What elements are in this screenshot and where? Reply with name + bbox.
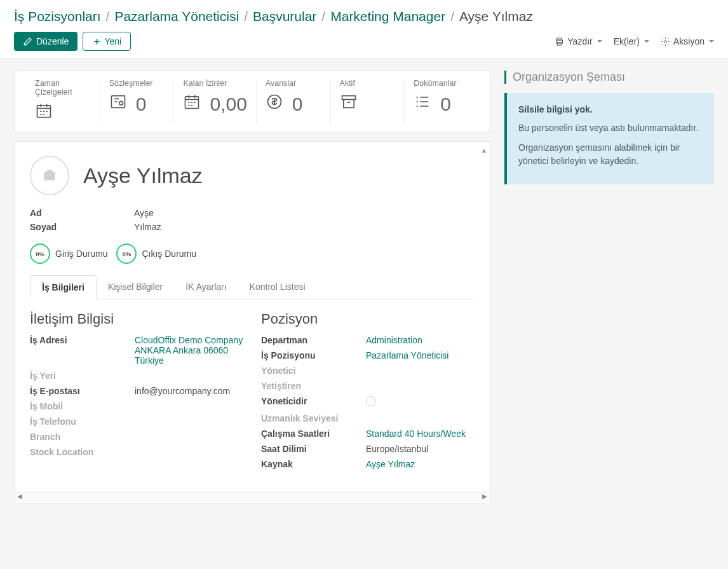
timezone-value: Europe/Istanbul [366,444,475,454]
exit-status-label: Çıkış Durumu [142,249,196,259]
tab-hr-settings[interactable]: İK Ayarları [174,275,238,299]
department-label: Departman [261,335,366,345]
exit-status-badge[interactable]: 0% Çıkış Durumu [116,243,196,264]
currency-icon [266,93,283,115]
entry-status-label: Giriş Durumu [55,249,107,259]
stock-location-label: Stock Location [30,447,135,457]
calendar-icon [183,93,201,115]
jobposition-value[interactable]: Pazarlama Yöneticisi [366,350,475,360]
breadcrumb-sep: / [244,9,248,24]
work-email-value: info@yourcompany.com [135,386,243,396]
tabs: İş Bilgileri Kişisel Bilgiler İK Ayarlar… [30,275,475,299]
coach-label: Yetiştiren [261,381,366,391]
infobox-line2: Organizasyon şemasını alabilmek için bir… [518,141,703,168]
position-section-title: Pozisyon [261,311,475,327]
breadcrumb-link-jobpositions[interactable]: İş Pozisyonları [14,9,101,24]
stats-row: Zaman Çizelgeleri Sözleşmeler 0 Kalan İz… [14,71,490,132]
stat-timesheets[interactable]: Zaman Çizelgeleri [26,79,100,124]
svg-point-3 [664,40,667,43]
work-email-label: İş E-postası [30,386,135,396]
edit-button-label: Düzenle [36,36,69,46]
action-menu[interactable]: Aksiyon [661,36,714,46]
work-address-value[interactable]: CloudOffix Demo Company ANKARA Ankara 06… [135,335,243,366]
action-label: Aksiyon [673,36,704,46]
stat-leaves[interactable]: Kalan İzinler 0,00 [174,79,256,124]
infobox-title: Silsile bilgisi yok. [518,103,703,116]
firstname-value: Ayşe [134,208,154,218]
orgchart-infobox: Silsile bilgisi yok. Bu personelin üst v… [504,93,714,184]
jobposition-label: İş Pozisyonu [261,350,366,360]
svg-point-10 [47,174,52,179]
new-button-label: Yeni [104,36,121,46]
work-phone-label: İş Telefonu [30,416,135,427]
gear-icon [661,37,670,46]
breadcrumb: İş Pozisyonları / Pazarlama Yöneticisi /… [14,9,714,24]
new-button[interactable]: Yeni [83,32,131,51]
lastname-value: Yılmaz [134,222,161,232]
percent-circle: 0% [30,243,50,264]
svg-point-6 [119,101,123,105]
firstname-label: Ad [30,208,134,218]
svg-rect-9 [342,96,355,100]
print-label: Yazdır [567,36,592,46]
contract-icon [109,93,127,115]
horizontal-scrollbar[interactable] [15,492,490,504]
stat-documents[interactable]: Dokümanlar 0 [405,79,478,124]
archive-icon [340,93,358,115]
seniority-label: Uzmanlık Seviyesi [261,413,366,423]
list-icon [414,93,431,115]
avatar-placeholder[interactable] [30,156,69,195]
orgchart-title: Organizasyon Şeması [504,71,714,84]
timezone-label: Saat Dilimi [261,444,366,454]
edit-button[interactable]: Düzenle [14,32,78,51]
plus-icon [92,37,102,46]
attachments-label: Ek(ler) [614,36,640,46]
infobox-line1: Bu personelin üst veya astı bulunmamakta… [518,121,703,135]
ismanager-label: Yöneticidir [261,396,366,408]
work-mobile-label: İş Mobil [30,401,135,411]
work-address-label: İş Adresi [30,335,135,366]
print-menu[interactable]: Yazdır [555,36,602,46]
employee-form: ▲ Ayşe Yılmaz Ad Ayşe Soyad Yılmaz [14,141,490,504]
breadcrumb-link-marketingmgr-en[interactable]: Marketing Manager [330,9,445,24]
tab-work-info[interactable]: İş Bilgileri [30,275,97,299]
stat-active[interactable]: Aktif [331,79,405,124]
breadcrumb-current: Ayşe Yılmaz [459,9,533,24]
workplace-label: İş Yeri [30,371,135,381]
stat-advances[interactable]: Avanslar 0 [257,79,331,124]
lastname-label: Soyad [30,222,134,232]
ismanager-checkbox[interactable] [366,396,376,406]
calendar-icon [35,102,53,124]
workinghours-value[interactable]: Standard 40 Hours/Week [366,428,475,439]
tab-checklist[interactable]: Kontrol Listesi [238,275,317,299]
pencil-icon [23,37,32,46]
breadcrumb-sep: / [106,9,110,24]
branch-label: Branch [30,432,135,442]
stat-contracts[interactable]: Sözleşmeler 0 [100,79,175,124]
breadcrumb-sep: / [450,9,454,24]
breadcrumb-sep: / [321,9,325,24]
attachments-menu[interactable]: Ek(ler) [614,36,649,46]
svg-rect-2 [558,42,562,45]
camera-icon [40,167,59,184]
workinghours-label: Çalışma Saatleri [261,428,366,439]
breadcrumb-link-marketingmgr-tr[interactable]: Pazarlama Yöneticisi [114,9,239,24]
tab-personal-info[interactable]: Kişisel Bilgiler [97,275,174,299]
department-value[interactable]: Administration [366,335,475,345]
entry-status-badge[interactable]: 0% Giriş Durumu [30,243,107,264]
resource-value[interactable]: Ayşe Yılmaz [366,459,475,469]
resource-label: Kaynak [261,459,366,469]
percent-circle: 0% [116,243,137,264]
person-fullname: Ayşe Yılmaz [83,163,203,188]
printer-icon [555,37,564,46]
breadcrumb-link-applications[interactable]: Başvurular [253,9,316,24]
contact-section-title: İletişim Bilgisi [30,311,243,327]
manager-label: Yönetici [261,366,366,376]
scroll-up-indicator[interactable]: ▲ [481,147,487,154]
